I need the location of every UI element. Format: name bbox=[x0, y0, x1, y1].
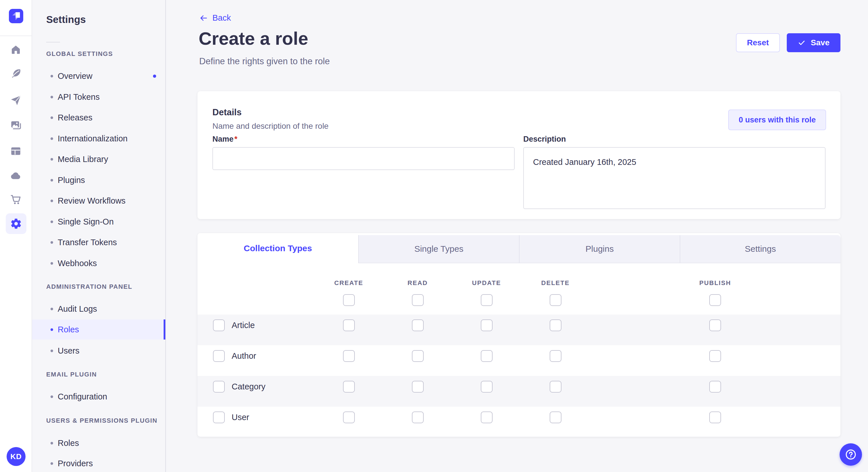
back-link[interactable]: Back bbox=[199, 13, 231, 23]
checkbox-select-all-update[interactable] bbox=[481, 294, 493, 306]
reset-button[interactable]: Reset bbox=[736, 33, 780, 52]
checkbox-category-publish[interactable] bbox=[709, 381, 721, 393]
checkbox-user-create[interactable] bbox=[343, 411, 355, 423]
checkbox-user-delete[interactable] bbox=[550, 411, 561, 423]
name-label: Name* bbox=[212, 135, 515, 144]
details-fields: Name* Description Created January 16th, … bbox=[212, 135, 826, 210]
tab-single-types[interactable]: Single Types bbox=[358, 235, 519, 263]
layout-panel-icon[interactable] bbox=[0, 145, 32, 158]
checkbox-category-read[interactable] bbox=[412, 381, 424, 393]
cloud-icon[interactable] bbox=[0, 169, 32, 182]
tab-settings[interactable]: Settings bbox=[680, 235, 840, 263]
checkbox-category-all[interactable] bbox=[213, 381, 225, 393]
users-with-role-button[interactable]: 0 users with this role bbox=[728, 109, 826, 130]
home-icon[interactable] bbox=[0, 43, 32, 56]
description-field-group: Description Created January 16th, 2025 bbox=[523, 135, 826, 210]
sidebar-item-webhooks[interactable]: Webhooks bbox=[32, 253, 165, 273]
bullet-icon bbox=[51, 308, 53, 310]
user-avatar[interactable]: KD bbox=[7, 447, 26, 466]
row-label: Article bbox=[231, 321, 255, 330]
check-icon bbox=[798, 39, 806, 47]
page-title: Create a role bbox=[198, 28, 308, 49]
checkbox-article-create[interactable] bbox=[343, 319, 355, 331]
workspace-rail: KD bbox=[0, 0, 32, 472]
question-mark-icon bbox=[844, 448, 857, 461]
bullet-icon bbox=[51, 241, 53, 244]
bullet-icon bbox=[51, 75, 53, 77]
bullet-icon bbox=[51, 96, 53, 98]
bullet-icon bbox=[51, 200, 53, 202]
tab-collection-types[interactable]: Collection Types bbox=[197, 233, 358, 263]
sidebar-item-roles-up[interactable]: Roles bbox=[32, 433, 165, 453]
checkbox-article-update[interactable] bbox=[481, 319, 493, 331]
rail-divider bbox=[0, 36, 32, 36]
tab-plugins[interactable]: Plugins bbox=[519, 235, 680, 263]
help-button[interactable] bbox=[840, 443, 862, 466]
description-label: Description bbox=[523, 135, 826, 144]
sidebar-title-divider bbox=[46, 42, 60, 42]
checkbox-article-all[interactable] bbox=[213, 319, 225, 331]
sidebar-title: Settings bbox=[46, 14, 86, 25]
save-button[interactable]: Save bbox=[787, 33, 840, 52]
name-field-group: Name* bbox=[212, 135, 515, 210]
sidebar-item-review-workflows[interactable]: Review Workflows bbox=[32, 191, 165, 211]
checkbox-article-publish[interactable] bbox=[709, 319, 721, 331]
column-update: UPDATE bbox=[452, 279, 521, 287]
checkbox-author-all[interactable] bbox=[213, 350, 225, 362]
sidebar-item-internationalization[interactable]: Internationalization bbox=[32, 129, 165, 148]
checkbox-select-all-read[interactable] bbox=[412, 294, 424, 306]
sidebar-item-api-tokens[interactable]: API Tokens bbox=[32, 87, 165, 107]
checkbox-article-read[interactable] bbox=[412, 319, 424, 331]
notification-dot-icon bbox=[153, 74, 156, 78]
table-row-article: Article bbox=[197, 314, 840, 345]
bullet-icon bbox=[51, 179, 53, 181]
marketplace-cart-icon[interactable] bbox=[0, 193, 32, 206]
checkbox-user-read[interactable] bbox=[412, 411, 424, 423]
sidebar-item-single-sign-on[interactable]: Single Sign-On bbox=[32, 212, 165, 232]
send-plane-icon[interactable] bbox=[0, 94, 32, 107]
media-library-images-icon[interactable] bbox=[0, 119, 32, 131]
checkbox-author-read[interactable] bbox=[412, 350, 424, 362]
sidebar-item-roles-admin[interactable]: Roles bbox=[32, 319, 165, 339]
column-create: CREATE bbox=[314, 279, 383, 287]
checkbox-article-delete[interactable] bbox=[550, 319, 561, 331]
details-heading: Details bbox=[212, 107, 242, 117]
column-publish: PUBLISH bbox=[590, 279, 840, 287]
checkbox-category-delete[interactable] bbox=[550, 381, 561, 393]
content-manager-feather-icon[interactable] bbox=[0, 67, 32, 80]
sidebar-item-media-library[interactable]: Media Library bbox=[32, 149, 165, 169]
permissions-card: Collection Types Single Types Plugins Se… bbox=[197, 233, 840, 437]
name-input[interactable] bbox=[212, 147, 515, 170]
checkbox-select-all-delete[interactable] bbox=[550, 294, 561, 306]
checkbox-user-update[interactable] bbox=[481, 411, 493, 423]
strapi-logo[interactable] bbox=[9, 9, 23, 23]
checkbox-author-update[interactable] bbox=[481, 350, 493, 362]
sidebar-item-configuration[interactable]: Configuration bbox=[32, 386, 165, 407]
sidebar-item-providers[interactable]: Providers bbox=[32, 453, 165, 472]
checkbox-author-delete[interactable] bbox=[550, 350, 561, 362]
sidebar-item-audit-logs[interactable]: Audit Logs bbox=[32, 299, 165, 319]
sidebar-item-transfer-tokens[interactable]: Transfer Tokens bbox=[32, 232, 165, 252]
page-subtitle: Define the rights given to the role bbox=[199, 56, 330, 67]
settings-gear-icon[interactable] bbox=[6, 213, 26, 234]
bullet-icon bbox=[51, 158, 53, 161]
checkbox-user-all[interactable] bbox=[213, 411, 225, 423]
description-textarea[interactable]: Created January 16th, 2025 bbox=[523, 147, 826, 209]
row-label: Category bbox=[231, 382, 266, 392]
table-row-category: Category bbox=[197, 376, 840, 407]
bullet-icon bbox=[51, 262, 53, 265]
checkbox-category-create[interactable] bbox=[343, 381, 355, 393]
section-email-plugin: EMAIL PLUGIN bbox=[46, 370, 97, 379]
checkbox-category-update[interactable] bbox=[481, 381, 493, 393]
sidebar-item-releases[interactable]: Releases bbox=[32, 107, 165, 128]
details-subheading: Name and description of the role bbox=[212, 122, 329, 131]
sidebar-item-users[interactable]: Users bbox=[32, 341, 165, 361]
sidebar-item-overview[interactable]: Overview bbox=[32, 66, 165, 86]
sidebar-item-plugins[interactable]: Plugins bbox=[32, 170, 165, 190]
checkbox-user-publish[interactable] bbox=[709, 411, 721, 423]
checkbox-select-all-create[interactable] bbox=[343, 294, 355, 306]
checkbox-author-create[interactable] bbox=[343, 350, 355, 362]
checkbox-author-publish[interactable] bbox=[709, 350, 721, 362]
table-row-user: User bbox=[197, 407, 840, 437]
checkbox-select-all-publish[interactable] bbox=[709, 294, 721, 306]
